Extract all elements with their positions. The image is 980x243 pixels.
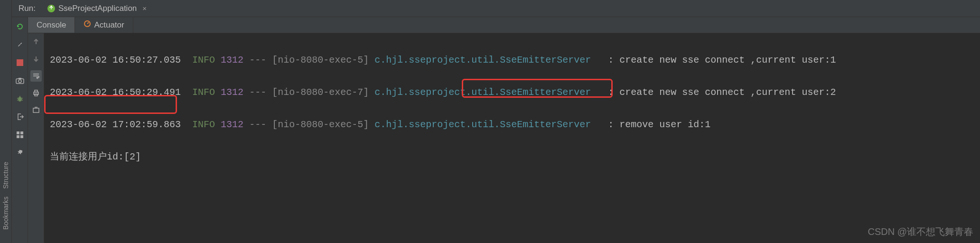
svg-rect-7 [20,131,23,134]
svg-rect-4 [19,78,21,79]
svg-rect-9 [20,135,23,138]
console-row: 2023-06-02 16:50:27.035 INFO 1312 --- [n… [28,33,980,243]
console-gutter [28,33,44,243]
run-tool-column [12,17,28,243]
sidebar-tab-bookmarks[interactable]: Bookmarks [2,193,9,234]
svg-rect-14 [33,108,39,112]
svg-rect-13 [35,94,37,96]
tab-label: Console [37,20,66,30]
rerun-button[interactable] [14,21,26,32]
log-line: 2023-06-02 17:02:59.863 INFO 1312 --- [n… [50,117,980,133]
stop-button[interactable] [14,57,26,68]
left-vertical-sidebar: Structure Bookmarks [0,0,12,243]
svg-point-3 [19,80,21,83]
layout-icon[interactable] [14,129,26,140]
camera-icon[interactable] [14,75,26,86]
svg-rect-6 [17,131,19,134]
watermark: CSDN @谁不想飞舞青春 [868,225,973,238]
tab-label: Actuator [94,20,124,30]
bug-icon[interactable] [14,93,26,104]
body-row: Console Actuator [12,17,980,243]
log-line: 2023-06-02 16:50:29.491 INFO 1312 --- [n… [50,84,980,101]
scroll-down-button[interactable] [30,53,42,65]
run-header-bar: Run: SseProjectApplication × [12,0,980,17]
run-tabs-row: Console Actuator [28,17,980,33]
svg-rect-1 [17,59,23,66]
svg-rect-12 [35,90,37,92]
console-output[interactable]: 2023-06-02 16:50:27.035 INFO 1312 --- [n… [44,33,980,243]
spring-boot-icon [47,4,56,13]
run-config-tab[interactable]: SseProjectApplication × [43,4,150,13]
log-line: 2023-06-02 16:50:27.035 INFO 1312 --- [n… [50,52,980,68]
print-button[interactable] [30,87,42,99]
stdout-line: 当前连接用户id:[2] [50,149,980,165]
actuator-icon [84,20,91,30]
content-column: Console Actuator [28,17,980,243]
svg-rect-8 [17,135,19,138]
svg-point-5 [18,97,22,102]
wrench-icon[interactable] [14,39,26,50]
tab-console[interactable]: Console [28,17,75,33]
pin-icon[interactable] [14,147,26,159]
soft-wrap-button[interactable] [30,70,42,82]
main-area: Run: SseProjectApplication × [12,0,980,243]
scroll-up-button[interactable] [30,36,42,47]
clear-button[interactable] [30,104,42,116]
run-label: Run: [16,4,38,13]
exit-icon[interactable] [14,111,26,122]
close-tab-icon[interactable]: × [142,4,147,12]
run-config-name: SseProjectApplication [58,4,137,13]
sidebar-tab-structure[interactable]: Structure [2,158,9,193]
tab-actuator[interactable]: Actuator [75,17,133,33]
